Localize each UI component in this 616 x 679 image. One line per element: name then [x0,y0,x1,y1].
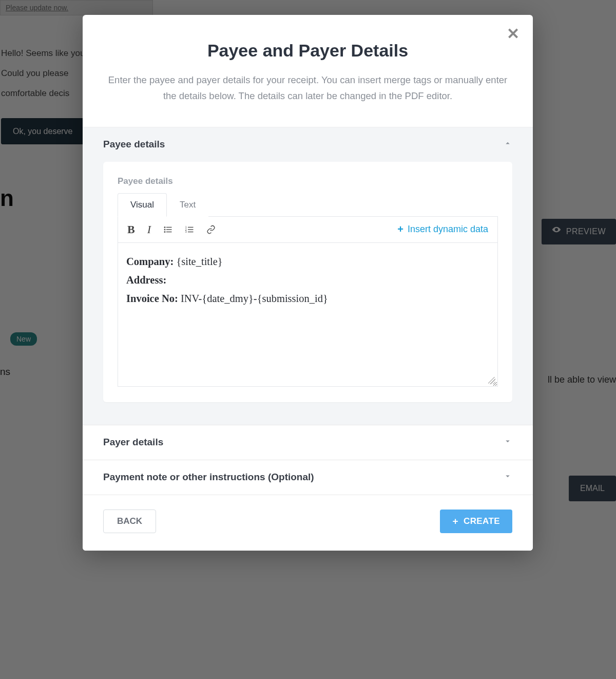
toolbar-left: B I 123 [127,223,216,236]
section-payer: Payer details [83,425,533,460]
section-payment-note-header[interactable]: Payment note or other instructions (Opti… [83,460,533,495]
italic-icon[interactable]: I [147,223,151,236]
company-value: {site_title} [176,256,222,267]
address-label: Address: [126,274,166,286]
svg-rect-3 [166,229,172,230]
back-button[interactable]: BACK [103,510,156,533]
bullet-list-icon[interactable] [163,225,172,234]
editor-tabs: Visual Text [118,193,498,217]
chevron-down-icon [503,437,512,448]
modal-description: Enter the payee and payer details for yo… [103,72,512,104]
link-icon[interactable] [206,225,216,234]
svg-text:3: 3 [185,230,187,233]
section-payment-note: Payment note or other instructions (Opti… [83,460,533,495]
close-icon[interactable]: ✕ [507,26,519,42]
svg-point-0 [164,227,166,228]
tab-visual[interactable]: Visual [118,193,167,217]
section-payee-label: Payee details [103,139,165,150]
svg-rect-7 [188,227,194,228]
payee-payer-modal: ✕ Payee and Payer Details Enter the paye… [83,15,533,551]
svg-point-2 [164,229,166,230]
section-payee: Payee details Payee details Visual Text … [83,127,533,425]
chevron-down-icon [503,471,512,483]
chevron-up-icon [503,139,512,150]
payee-editor-card: Payee details Visual Text B I 123 [103,162,512,402]
bold-icon[interactable]: B [127,223,135,236]
plus-icon: + [397,223,403,235]
insert-dynamic-data-label: Insert dynamic data [408,224,488,235]
section-payee-header[interactable]: Payee details [83,127,533,162]
svg-rect-11 [188,232,194,233]
section-payer-label: Payer details [103,437,163,448]
svg-point-4 [164,231,166,233]
editor-toolbar: B I 123 + Insert dyn [118,217,498,243]
create-button-label: CREATE [464,516,500,526]
svg-rect-9 [188,229,194,230]
insert-dynamic-data-button[interactable]: + Insert dynamic data [397,223,488,235]
section-payer-header[interactable]: Payer details [83,425,533,460]
tab-text[interactable]: Text [167,193,208,217]
numbered-list-icon[interactable]: 123 [185,225,194,234]
svg-rect-5 [166,232,172,233]
plus-icon: + [452,516,458,526]
payee-editor-textarea[interactable]: Company: {site_title} Address: Invoice N… [118,243,498,387]
invoice-value: INV-{date_dmy}-{submission_id} [181,293,328,304]
create-button[interactable]: + CREATE [440,510,512,533]
payee-editor-label: Payee details [118,176,498,186]
svg-rect-1 [166,227,172,228]
invoice-label: Invoice No: [126,293,178,304]
modal-title: Payee and Payer Details [103,41,512,61]
section-payment-note-label: Payment note or other instructions (Opti… [103,471,314,483]
resize-handle-icon[interactable] [488,377,495,384]
modal-header: Payee and Payer Details Enter the payee … [83,15,533,127]
company-label: Company: [126,256,174,267]
section-payee-body: Payee details Visual Text B I 123 [83,162,533,425]
modal-footer: BACK + CREATE [83,495,533,551]
